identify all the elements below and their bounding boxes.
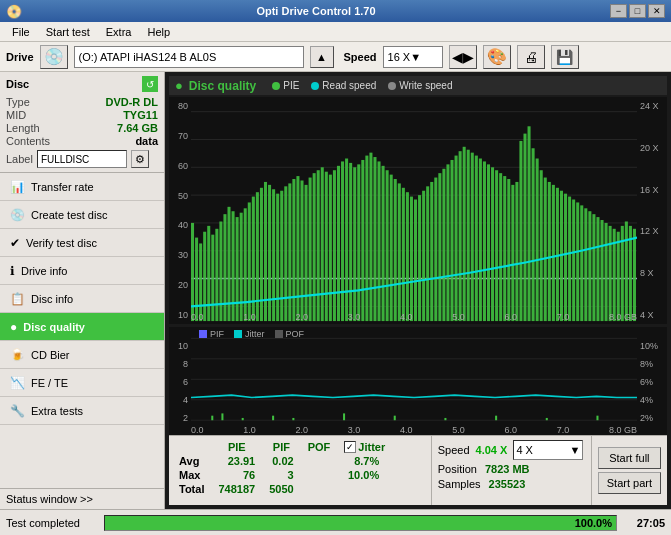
svg-rect-21: [240, 213, 243, 321]
menu-start-test[interactable]: Start test: [38, 24, 98, 40]
disc-refresh-btn[interactable]: ↺: [142, 76, 158, 92]
sidebar-item-label: Disc info: [31, 293, 73, 305]
sidebar-item-transfer-rate[interactable]: 📊 Transfer rate: [0, 173, 164, 201]
svg-rect-20: [236, 217, 239, 321]
window-controls: − □ ✕: [610, 4, 665, 18]
svg-rect-22: [244, 208, 247, 321]
start-part-button[interactable]: Start part: [598, 472, 661, 494]
svg-rect-99: [556, 188, 559, 321]
sidebar-item-verify-test-disc[interactable]: ✔ Verify test disc: [0, 229, 164, 257]
sidebar-item-extra-tests[interactable]: 🔧 Extra tests: [0, 397, 164, 425]
disc-label-row: Label ⚙: [6, 150, 158, 168]
write-speed-legend-label: Write speed: [399, 80, 452, 91]
svg-rect-79: [475, 156, 478, 321]
pif-chart-svg: [191, 327, 637, 435]
svg-rect-49: [353, 167, 356, 321]
svg-rect-52: [365, 156, 368, 321]
position-value: 7823 MB: [485, 463, 530, 475]
action-buttons: Start full Start part: [591, 436, 667, 505]
svg-rect-78: [471, 153, 474, 321]
svg-rect-62: [406, 192, 409, 321]
svg-rect-31: [280, 191, 283, 321]
save-btn[interactable]: 💾: [551, 45, 579, 69]
samples-value: 235523: [489, 478, 526, 490]
sidebar-item-cd-bier[interactable]: 🍺 CD Bier: [0, 341, 164, 369]
sidebar-item-label: Extra tests: [31, 405, 83, 417]
svg-rect-127: [272, 416, 274, 421]
svg-rect-98: [552, 185, 555, 321]
start-full-button[interactable]: Start full: [598, 447, 661, 469]
svg-rect-71: [442, 169, 445, 321]
svg-rect-54: [373, 157, 376, 321]
progress-text: 100.0%: [575, 516, 612, 530]
svg-rect-35: [296, 176, 299, 321]
svg-rect-130: [394, 416, 396, 421]
drive-row: Drive 💿 (O:) ATAPI iHAS124 B AL0S ▲ Spee…: [0, 42, 671, 72]
menu-help[interactable]: Help: [139, 24, 178, 40]
samples-row: Samples 235523: [438, 478, 585, 490]
pie-legend-dot: [272, 82, 280, 90]
sidebar-item-label: Drive info: [21, 265, 67, 277]
sidebar-item-drive-info[interactable]: ℹ Drive info: [0, 257, 164, 285]
svg-rect-133: [546, 418, 548, 420]
menu-file[interactable]: File: [4, 24, 38, 40]
speed-value: 4.04 X: [476, 444, 508, 456]
svg-rect-114: [617, 232, 620, 321]
svg-rect-124: [211, 416, 213, 421]
svg-rect-125: [221, 413, 223, 420]
speed-dropdown[interactable]: 4 X ▼: [513, 440, 583, 460]
maximize-button[interactable]: □: [629, 4, 646, 18]
status-window-btn[interactable]: Status window >>: [6, 493, 93, 505]
svg-rect-73: [450, 160, 453, 321]
svg-rect-33: [288, 183, 291, 321]
main-layout: Disc ↺ Type DVD-R DL MID TYG11 Length 7.…: [0, 72, 671, 509]
drive-icon-btn[interactable]: 💿: [40, 45, 68, 69]
svg-rect-46: [341, 161, 344, 321]
svg-rect-69: [434, 178, 437, 322]
svg-rect-116: [625, 221, 628, 321]
sidebar-item-create-test-disc[interactable]: 💿 Create test disc: [0, 201, 164, 229]
sidebar-item-disc-quality[interactable]: ● Disc quality: [0, 313, 164, 341]
svg-rect-13: [207, 226, 210, 321]
svg-rect-29: [272, 189, 275, 321]
svg-rect-82: [487, 164, 490, 321]
jitter-checkbox[interactable]: ✓: [344, 441, 356, 453]
menu-extra[interactable]: Extra: [98, 24, 140, 40]
drive-select[interactable]: (O:) ATAPI iHAS124 B AL0S: [74, 46, 304, 68]
disc-title: Disc: [6, 78, 29, 90]
svg-rect-102: [568, 197, 571, 321]
avg-pie: 23.91: [214, 454, 265, 468]
close-button[interactable]: ✕: [648, 4, 665, 18]
chart-top: 80 70 60 50 40 30 20 10: [169, 97, 667, 324]
svg-rect-51: [361, 160, 364, 321]
svg-rect-77: [467, 150, 470, 321]
pie-chart-svg: [191, 97, 637, 324]
drive-eject-btn[interactable]: ▲: [310, 46, 334, 68]
completed-text: Test completed: [6, 517, 96, 529]
disc-label-settings-btn[interactable]: ⚙: [131, 150, 149, 168]
svg-rect-86: [503, 176, 506, 321]
max-pie: 76: [214, 468, 265, 482]
svg-rect-111: [605, 223, 608, 321]
fe-te-icon: 📉: [10, 376, 25, 390]
chart-title: Disc quality: [189, 79, 256, 93]
svg-rect-34: [292, 179, 295, 321]
action-btn-2[interactable]: 🖨: [517, 45, 545, 69]
disc-info-icon: 📋: [10, 292, 25, 306]
pie-legend-label: PIE: [283, 80, 299, 91]
sidebar-item-label: FE / TE: [31, 377, 68, 389]
action-btn-1[interactable]: 🎨: [483, 45, 511, 69]
disc-contents-row: Contents data: [6, 135, 158, 147]
disc-label-input[interactable]: [37, 150, 127, 168]
col-pif: PIF: [265, 440, 303, 454]
sidebar-item-fe-te[interactable]: 📉 FE / TE: [0, 369, 164, 397]
sidebar-item-disc-info[interactable]: 📋 Disc info: [0, 285, 164, 313]
speed-select[interactable]: 16 X▼: [383, 46, 443, 68]
speed-arrow-btn[interactable]: ◀▶: [449, 45, 477, 69]
stats-table: PIE PIF POF ✓ Jitter: [175, 440, 389, 496]
svg-rect-112: [609, 226, 612, 321]
minimize-button[interactable]: −: [610, 4, 627, 18]
disc-panel: Disc ↺ Type DVD-R DL MID TYG11 Length 7.…: [0, 72, 164, 173]
svg-rect-93: [532, 148, 535, 321]
svg-rect-11: [199, 243, 202, 321]
